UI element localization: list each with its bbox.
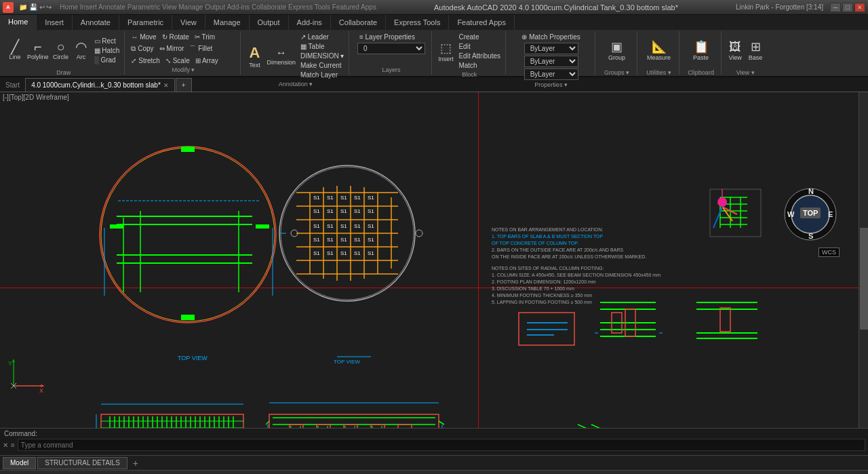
measure-button[interactable]: 📐 Measure [646, 33, 672, 68]
dimension-dropdown[interactable]: DIMENSION ▾ [298, 52, 346, 60]
svg-text:S1: S1 [340, 208, 347, 214]
new-tab-button[interactable]: + [176, 78, 192, 92]
svg-text:S1: S1 [368, 195, 374, 201]
svg-text:NOTES ON SITES OF RADIAL COLUM: NOTES ON SITES OF RADIAL COLUMN FOOTING: [492, 266, 604, 271]
trim-button[interactable]: ✂ Trim [193, 33, 217, 41]
status-bar: -4401.99, 624.00, 0.00 MODEL ⊞ ⊡ ⊢ ⊙ ⊕ ≡… [0, 470, 868, 474]
svg-text:NOTES ON BAR ARRANGEMENT AND L: NOTES ON BAR ARRANGEMENT AND LOCATION: [492, 227, 603, 232]
tab-manage[interactable]: Manage [205, 15, 250, 30]
scrollbar-thumb[interactable] [860, 228, 868, 330]
rotate-button[interactable]: ↻ Rotate [160, 33, 191, 41]
match-layer-button[interactable]: Match Layer [298, 71, 346, 79]
clipboard-label: Clipboard [688, 69, 714, 76]
svg-text:W: W [787, 210, 795, 218]
tab-parametric[interactable]: Parametric [119, 15, 172, 30]
view-button[interactable]: 🖼 View [726, 33, 745, 68]
svg-rect-143 [317, 424, 330, 428]
dimension-button[interactable]: ↔ Dimension [265, 39, 297, 74]
viewport-label: [-][Top][2D Wireframe] [3, 94, 69, 101]
copy-button[interactable]: ⧉ Copy [129, 44, 155, 54]
text-icon: A [249, 44, 260, 62]
tab-output[interactable]: Output [250, 15, 289, 30]
tab-annotate[interactable]: Annotate [73, 15, 119, 30]
gradient-button[interactable]: ░ Grad [92, 56, 122, 64]
svg-text:S1: S1 [313, 208, 320, 214]
layer-properties-button[interactable]: ≡ Layer Properties [357, 33, 417, 41]
svg-text:TOP VIEW: TOP VIEW [178, 355, 208, 361]
color-dropdown[interactable]: ByLayer [524, 43, 578, 54]
edit-button[interactable]: Edit [456, 42, 502, 51]
make-current-button[interactable]: Make Current [298, 61, 346, 70]
base-button[interactable]: ⊞ Base [746, 33, 765, 68]
insert-button[interactable]: ⬚ Insert [436, 34, 455, 69]
file-tab-label: 4.0 1000cum.Cylindri...k_0.30 bottom sla… [31, 81, 161, 89]
svg-text:S1: S1 [354, 237, 361, 243]
clipboard-content: 📋 Paste [692, 33, 711, 68]
circle-button[interactable]: ○ Circle [52, 33, 71, 68]
close-button[interactable]: ✕ [854, 3, 865, 12]
table-button[interactable]: ▦ Table [298, 42, 346, 51]
match-props-button[interactable]: ⊕ Match Properties [519, 33, 582, 41]
restore-button[interactable]: □ [842, 3, 853, 12]
command-input[interactable] [18, 439, 865, 451]
tab-home[interactable]: Home [0, 15, 37, 30]
titlebar-left: A 📁 💾 ↩ ↪ Home Insert Annotate Parametri… [3, 2, 376, 13]
leader-button[interactable]: ↗ Leader [298, 33, 346, 41]
rectangle-button[interactable]: ▭ Rect [92, 37, 122, 45]
modify-label: Modify ▾ [172, 66, 195, 73]
scale-button[interactable]: ⤡ Scale [163, 56, 192, 65]
tab-express[interactable]: Express Tools [386, 15, 449, 30]
tab-addins[interactable]: Add-ins [289, 15, 331, 30]
svg-text:S1: S1 [368, 208, 374, 214]
structural-tab[interactable]: STRUCTURAL DETAILS [37, 457, 127, 469]
linetype-dropdown[interactable]: ByLayer [524, 56, 578, 67]
ucs-svg: X Y [7, 359, 47, 393]
svg-rect-14 [181, 146, 195, 152]
svg-rect-146 [398, 424, 412, 428]
svg-point-1 [101, 148, 275, 321]
tab-featured[interactable]: Featured Apps [449, 15, 515, 30]
start-tab[interactable]: Start [0, 78, 25, 92]
minimize-button[interactable]: ─ [830, 3, 841, 12]
group-button[interactable]: ▣ Group [607, 33, 627, 68]
layer-dropdown[interactable]: 0 [357, 43, 425, 54]
vertical-scrollbar[interactable] [859, 92, 868, 428]
add-layout-button[interactable]: + [129, 457, 142, 469]
svg-rect-89 [720, 308, 730, 332]
measure-icon: 📐 [652, 39, 667, 54]
svg-text:S1: S1 [354, 223, 361, 229]
lineweight-dropdown[interactable]: ByLayer [524, 68, 578, 80]
arc-button[interactable]: ◠ Arc [72, 33, 91, 68]
array-button[interactable]: ⊞ Array [193, 56, 220, 65]
svg-text:1. TOP BARS OF SLAB A & B MUST: 1. TOP BARS OF SLAB A & B MUST SECTION T… [492, 234, 603, 239]
line-button[interactable]: ╱ Line [5, 33, 24, 68]
text-button[interactable]: A Text [245, 39, 264, 74]
fillet-button[interactable]: ⌒ Fillet [187, 43, 214, 54]
edit-attr-button[interactable]: Edit Attributes [456, 52, 502, 60]
file-tab-0[interactable]: 4.0 1000cum.Cylindri...k_0.30 bottom sla… [25, 78, 175, 92]
svg-text:1. COLUMN SIZE: A 450x450, SEE: 1. COLUMN SIZE: A 450x450, SEE BEAM SECT… [492, 273, 660, 277]
draw-label: Draw [56, 69, 71, 76]
tab-view[interactable]: View [172, 15, 205, 30]
tab-insert[interactable]: Insert [37, 15, 73, 30]
tab-close-button[interactable]: ✕ [163, 82, 169, 89]
groups-content: ▣ Group [607, 33, 627, 68]
create-button[interactable]: Create [456, 33, 502, 41]
layers-label: Layers [382, 66, 400, 73]
stretch-button[interactable]: ⤢ Stretch [129, 56, 161, 65]
svg-line-160 [439, 421, 444, 424]
paste-icon: 📋 [694, 39, 709, 54]
utilities-label: Utilities ▾ [646, 69, 671, 76]
paste-button[interactable]: 📋 Paste [692, 33, 711, 68]
polyline-button[interactable]: ⌐ Polyline [26, 33, 50, 68]
viewport[interactable]: [-][Top][2D Wireframe] TOP VIEW [0, 92, 868, 428]
block-match-button[interactable]: Match [456, 61, 502, 70]
mirror-button[interactable]: ⇔ Mirror [157, 44, 186, 53]
tab-collaborate[interactable]: Collaborate [331, 15, 386, 30]
modify-buttons: ↔ Move ↻ Rotate ✂ Trim ⧉ Copy ⇔ Mirror ⌒… [129, 33, 237, 65]
hatch-button[interactable]: ▦ Hatch [92, 46, 122, 55]
svg-text:S1: S1 [354, 250, 361, 256]
move-button[interactable]: ↔ Move [129, 33, 158, 41]
model-tab[interactable]: Model [3, 457, 36, 469]
view-content: 🖼 View ⊞ Base [726, 33, 765, 68]
